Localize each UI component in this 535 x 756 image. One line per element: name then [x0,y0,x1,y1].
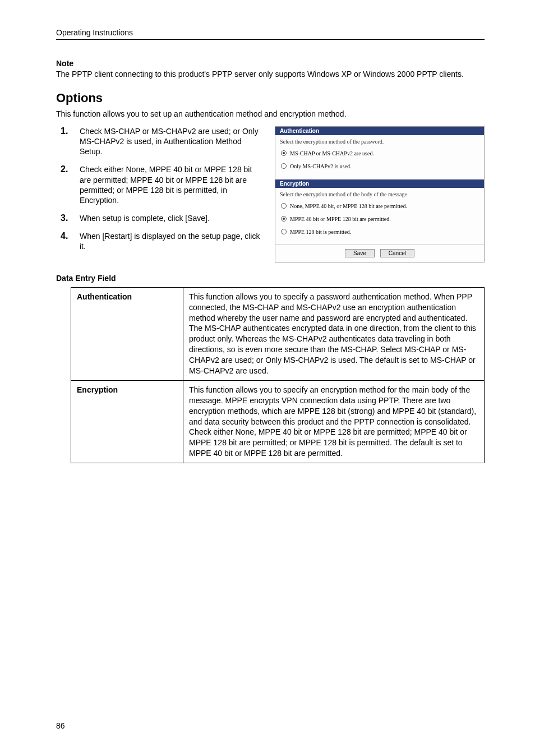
note-heading: Note [56,59,485,68]
radio-label: Only MS-CHAPv2 is used. [290,163,351,169]
term-authentication: Authentication [71,287,183,380]
save-button[interactable]: Save [345,249,375,257]
options-heading: Options [56,91,485,105]
note-body: The PPTP client connecting to this produ… [56,69,485,80]
radio-label: MPPE 40 bit or MPPE 128 bit are permitte… [290,216,391,222]
desc-authentication: This function allows you to specify a pa… [183,287,485,380]
step-item: When setup is complete, click [Save]. [72,213,265,223]
table-row: Encryption This function allows you to s… [71,380,485,463]
radio-icon [281,229,287,234]
radio-icon [281,203,287,209]
enc-radio-none-40-128[interactable]: None, MPPE 40 bit, or MPPE 128 bit are p… [275,201,484,214]
steps-list: Check MS-CHAP or MS-CHAPv2 are used; or … [56,126,265,252]
step-item: Check either None, MPPE 40 bit or MPPE 1… [72,164,265,205]
table-row: Authentication This function allows you … [71,287,485,380]
auth-panel-subtitle: Select the encryption method of the pass… [275,135,484,148]
radio-icon [281,163,287,169]
radio-icon [281,150,287,156]
options-lead: This function allows you to set up an au… [56,109,485,119]
enc-panel-subtitle: Select the encryption method of the body… [275,188,484,201]
step-item: Check MS-CHAP or MS-CHAPv2 are used; or … [72,126,265,157]
radio-icon [281,216,287,222]
page-number: 86 [56,721,65,730]
running-header: Operating Instructions [56,28,485,40]
radio-label: None, MPPE 40 bit, or MPPE 128 bit are p… [290,203,407,209]
auth-panel-title: Authentication [275,127,484,135]
cancel-button[interactable]: Cancel [380,249,414,257]
data-entry-table: Authentication This function allows you … [71,287,485,463]
enc-radio-128[interactable]: MPPE 128 bit is permitted. [275,227,484,239]
enc-radio-40-128[interactable]: MPPE 40 bit or MPPE 128 bit are permitte… [275,214,484,227]
auth-radio-mschapv2-only[interactable]: Only MS-CHAPv2 is used. [275,161,484,174]
enc-panel-title: Encryption [275,179,484,188]
auth-radio-mschap-both[interactable]: MS-CHAP or MS-CHAPv2 are used. [275,148,484,161]
data-entry-heading: Data Entry Field [56,274,485,283]
radio-label: MPPE 128 bit is permitted. [290,229,351,235]
settings-panel-screenshot: Authentication Select the encryption met… [275,126,485,262]
step-item: When [Restart] is displayed on the setup… [72,231,265,251]
term-encryption: Encryption [71,380,183,463]
desc-encryption: This function allows you to specify an e… [183,380,485,463]
radio-label: MS-CHAP or MS-CHAPv2 are used. [290,150,374,156]
